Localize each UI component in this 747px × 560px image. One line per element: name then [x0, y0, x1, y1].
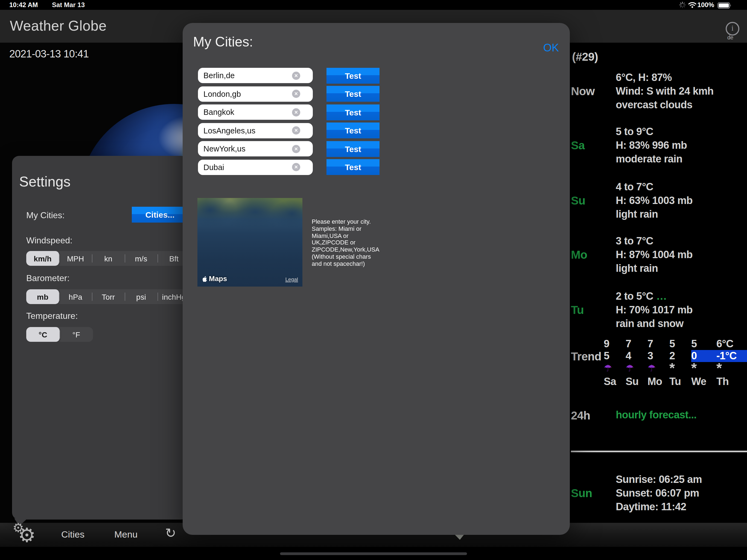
barometer-label: Barometer: — [26, 274, 70, 283]
windspeed-label: Windspeed: — [26, 236, 73, 246]
forecast-line: light rain — [616, 261, 693, 275]
forecast-line: H: 87% 1004 mb — [616, 248, 693, 261]
hourly-forecast-link[interactable]: hourly forecast... — [616, 409, 696, 422]
map-thumbnail[interactable]: Maps Legal — [198, 198, 302, 286]
barometer-option-hpa[interactable]: hPa — [59, 289, 92, 304]
city-row: × Test — [198, 104, 313, 120]
temp-range: 2 to 5°C — [616, 290, 653, 302]
wifi-icon — [688, 2, 697, 8]
forecast-line: 3 to 7°C — [616, 234, 693, 248]
windspeed-option-mph[interactable]: MPH — [59, 251, 92, 266]
trend-high: 6°C — [716, 338, 747, 350]
status-time: 10:42 AM — [9, 1, 38, 9]
status-date: Sat Mar 13 — [52, 1, 85, 9]
ok-button[interactable]: OK — [543, 42, 559, 54]
trend-day: Su — [626, 375, 647, 388]
test-button-2[interactable]: Test — [327, 86, 380, 102]
info-icon[interactable]: i — [726, 22, 739, 35]
current-datetime: 2021-03-13 10:41 — [9, 48, 88, 60]
forecast-row-tu: Tu 2 to 5°C ... H: 70% 1017 mb rain and … — [570, 289, 747, 330]
apple-maps-label: Maps — [202, 275, 227, 283]
cities-button[interactable]: Cities... — [132, 207, 188, 223]
temperature-option-f[interactable]: °F — [60, 327, 93, 342]
clear-icon[interactable]: × — [292, 90, 300, 98]
gear-icon[interactable]: ⚙ — [18, 526, 36, 545]
umbrella-icon: ☂ — [604, 362, 626, 375]
modal-title: My Cities: — [193, 34, 253, 50]
battery-percent: 100% — [697, 1, 714, 9]
clear-icon[interactable]: × — [292, 145, 300, 153]
trend-day: Tu — [669, 375, 691, 388]
windspeed-segmented-control: km/h MPH kn m/s Bft — [26, 251, 190, 266]
clear-icon[interactable]: × — [292, 163, 300, 171]
windspeed-option-kn[interactable]: kn — [92, 251, 125, 266]
trend-high: 7 — [626, 338, 647, 350]
windspeed-option-kmh[interactable]: km/h — [26, 251, 59, 266]
more-indicator: ... — [653, 290, 667, 302]
temperature-label: Temperature: — [26, 311, 78, 321]
test-button-4[interactable]: Test — [327, 123, 380, 138]
city-help-text: Please enter your city. Samples: Miami o… — [312, 218, 402, 267]
home-indicator[interactable] — [280, 552, 467, 555]
trend-low: 3 — [647, 350, 669, 362]
trend-label: Trend — [571, 350, 601, 363]
toolbar-menu-button[interactable]: Menu — [114, 529, 137, 540]
snow-icon: * — [691, 362, 716, 375]
forecast-line: Wind: S with 24 kmh — [616, 84, 714, 98]
trend-col-we: 5 0 * We — [691, 338, 716, 388]
test-button-6[interactable]: Test — [327, 159, 380, 175]
settings-popover: Settings My Cities: Cities... Windspeed:… — [12, 156, 188, 519]
umbrella-icon: ☂ — [626, 362, 647, 375]
barometer-option-torr[interactable]: Torr — [92, 289, 125, 304]
forecast-row-mo: Mo 3 to 7°C H: 87% 1004 mb light rain — [570, 234, 747, 275]
trend-low: 4 — [626, 350, 647, 362]
forecast-line: moderate rain — [616, 152, 687, 166]
temperature-option-c[interactable]: °C — [26, 327, 60, 342]
forecast-line: rain and snow — [616, 316, 693, 330]
trend-low: 2 — [669, 350, 691, 362]
legal-link[interactable]: Legal — [285, 276, 298, 282]
snow-icon: * — [669, 362, 691, 375]
clear-icon[interactable]: × — [292, 126, 300, 134]
test-button-5[interactable]: Test — [327, 141, 380, 157]
forecast-row-sa: Sa 5 to 9°C H: 83% 996 mb moderate rain — [570, 125, 747, 166]
row-label-su: Su — [570, 180, 616, 221]
my-cities-label: My Cities: — [26, 210, 65, 221]
daytime-line: Daytime: 11:42 — [616, 500, 702, 513]
trend-col-su: 7 4 ☂ Su — [626, 338, 647, 388]
row-lines: 3 to 7°C H: 87% 1004 mb light rain — [616, 234, 693, 275]
snow-icon: * — [716, 362, 747, 375]
row-lines: 5 to 9°C H: 83% 996 mb moderate rain — [616, 125, 687, 166]
clear-icon[interactable]: × — [292, 108, 300, 116]
trend-col-mo: 7 3 ☂ Mo — [647, 338, 669, 388]
row-label-tu: Tu — [570, 289, 616, 330]
barometer-option-mb[interactable]: mb — [26, 289, 59, 304]
hourly-forecast-row: 24h hourly forecast... — [570, 409, 747, 422]
windspeed-option-ms[interactable]: m/s — [125, 251, 157, 266]
toolbar-cities-button[interactable]: Cities — [61, 529, 84, 540]
test-button-1[interactable]: Test — [327, 68, 380, 83]
barometer-option-psi[interactable]: psi — [125, 289, 157, 304]
forecast-line: overcast clouds — [616, 98, 714, 111]
row-lines: 4 to 7°C H: 63% 1003 mb light rain — [616, 180, 693, 221]
forecast-line: 4 to 7°C — [616, 180, 693, 194]
test-button-3[interactable]: Test — [327, 104, 380, 120]
sunset-line: Sunset: 06:07 pm — [616, 486, 702, 500]
umbrella-icon: ☂ — [647, 362, 669, 375]
battery-icon — [718, 2, 732, 8]
sun-label: Sun — [570, 473, 616, 513]
trend-col-th: 6°C -1°C * Th — [716, 338, 747, 388]
row-lines: 6°C, H: 87% Wind: S with 24 kmh overcast… — [616, 71, 714, 111]
forecast-line: 5 to 9°C — [616, 125, 687, 138]
forecast-line: H: 83% 996 mb — [616, 138, 687, 152]
trend-col-sa: 9 5 ☂ Sa — [604, 338, 626, 388]
apple-logo-icon — [202, 275, 207, 282]
my-cities-modal: My Cities: OK × Test × Test × Test × Tes… — [183, 23, 570, 535]
trend-high: 9 — [604, 338, 626, 350]
settings-title: Settings — [19, 173, 71, 190]
trend-day: We — [691, 375, 716, 388]
maps-label-text: Maps — [209, 275, 227, 283]
refresh-icon[interactable]: ↻ — [165, 526, 176, 541]
clear-icon[interactable]: × — [292, 71, 300, 80]
row-label-now: Now — [570, 71, 616, 111]
